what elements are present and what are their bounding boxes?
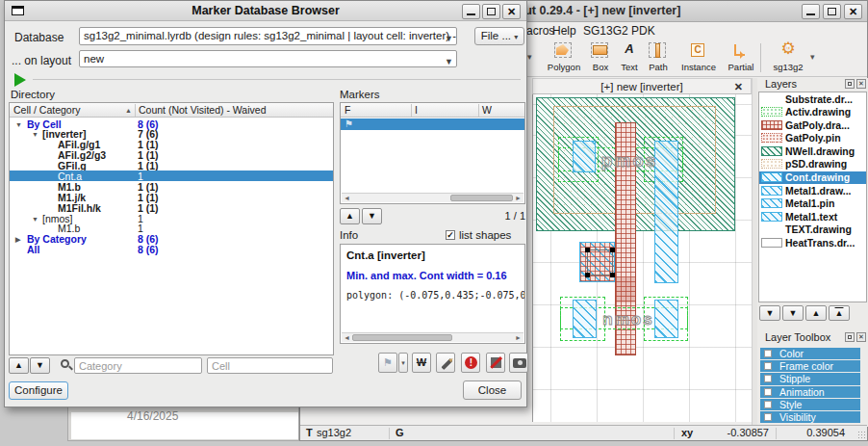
layout-canvas[interactable]: pmos nmos	[532, 94, 752, 422]
layer-row-cont-drawing[interactable]: Cont.drawing	[759, 171, 866, 185]
edit-button[interactable]	[436, 353, 455, 373]
list-shapes-checkbox[interactable]: ✓	[446, 230, 455, 240]
layout-tab[interactable]: [+] new [inverter] ✕	[532, 78, 752, 94]
resize-grip-icon[interactable]	[857, 431, 865, 438]
tree-row-gfil-g[interactable]: GFil.g1 (1)	[10, 161, 333, 171]
tree-row-afil-g-g1[interactable]: AFil.g/g11 (1)	[10, 140, 333, 150]
toolbox-row-style[interactable]: Style	[760, 399, 860, 410]
scroll-thumb[interactable]	[352, 334, 452, 341]
toolbox-row-animation[interactable]: Animation	[760, 386, 860, 398]
toolbox-expand-box[interactable]	[764, 375, 772, 382]
scroll-right-icon[interactable]: ►	[515, 333, 522, 343]
tree-col-cell-category[interactable]: Cell / Category	[13, 104, 80, 116]
dialog-maximize-button[interactable]	[482, 4, 500, 19]
layer-row-metal1-pin[interactable]: Metal1.pin	[759, 197, 866, 211]
tree-row--nmos-[interactable]: ▼[nmos]1	[10, 213, 333, 223]
tree-row-afil-g2-g3[interactable]: AFil.g2/g31 (1)	[10, 150, 333, 161]
next-marker-button[interactable]: ▼	[30, 357, 50, 374]
toolbox-row-visibility[interactable]: Visibility	[760, 411, 860, 423]
layer-row-nwell-drawing[interactable]: NWell.drawing	[759, 144, 866, 158]
menu-sg13g2-pdk[interactable]: SG13G2 PDK	[583, 24, 655, 38]
layer-move-top-icon[interactable]: ▲	[829, 305, 850, 321]
layout-combobox[interactable]: new ▼	[79, 50, 457, 67]
toolbar-sg13g2-button[interactable]: ⚙Tsg13g2	[769, 40, 807, 75]
marker-col-w[interactable]: W	[482, 104, 492, 116]
menu-help[interactable]: Help	[552, 24, 576, 38]
info-hscrollbar[interactable]: ◄ ►	[342, 332, 523, 342]
scroll-right-icon[interactable]: ►	[515, 194, 522, 203]
next-item-button[interactable]: ▼	[362, 208, 382, 224]
tree-row-cnt-a[interactable]: Cnt.a1	[10, 171, 333, 181]
waive-button[interactable]: W	[412, 353, 431, 373]
rerun-button[interactable]	[14, 73, 26, 87]
layer-row-metal1-text[interactable]: Metal1.text	[759, 210, 866, 223]
tree-header[interactable]: Cell / Category ▲ Count (Not Visited) - …	[10, 103, 333, 118]
tree-row-by-cell[interactable]: ▼By Cell8 (6)	[10, 118, 333, 129]
dialog-minimize-button[interactable]	[462, 4, 480, 19]
tree-row-m1fil-h-k[interactable]: M1Fil.h/k1 (1)	[10, 202, 333, 213]
toolbar-partial-button[interactable]: Partial	[722, 40, 760, 75]
layer-row-heattrans-dr-[interactable]: HeatTrans.dr...	[759, 237, 866, 250]
dialog-close-button[interactable]: ✕	[502, 4, 521, 19]
marker-row-selected[interactable]: ⚑	[341, 118, 524, 130]
close-button[interactable]: ✕	[844, 4, 862, 19]
scroll-thumb[interactable]	[450, 195, 512, 201]
maximize-button[interactable]	[823, 4, 841, 19]
minimize-button[interactable]	[802, 4, 820, 19]
toolbox-expand-box[interactable]	[764, 350, 772, 357]
tree-row-all[interactable]: All8 (6)	[10, 245, 333, 255]
toolbox-row-frame-color[interactable]: Frame color	[760, 360, 860, 372]
tree-row-by-category[interactable]: ▶By Category8 (6)	[10, 234, 333, 245]
layer-move-down-icon[interactable]: ▼	[759, 305, 780, 321]
configure-button[interactable]: Configure	[9, 381, 68, 400]
layer-row-psd-drawing[interactable]: pSD.drawing	[759, 158, 866, 171]
layer-row-substrate-dr-[interactable]: Substrate.dr...	[759, 92, 866, 106]
layer-move-up-icon[interactable]: ▲	[805, 305, 827, 321]
toolbox-row-stipple[interactable]: Stipple	[760, 373, 860, 384]
toolbox-row-color[interactable]: Color	[760, 348, 860, 359]
float-panel-icon[interactable]	[845, 332, 855, 342]
remove-marker-button[interactable]	[486, 353, 505, 373]
tab-close-icon[interactable]: ✕	[734, 79, 743, 94]
close-panel-icon[interactable]: ✕	[856, 332, 866, 342]
markers-table-header[interactable]: F I W	[341, 103, 524, 118]
cell-filter-input[interactable]	[207, 357, 333, 374]
dialog-titlebar[interactable]: Marker Database Browser ✕	[5, 1, 526, 21]
flag-marker-button[interactable]: ⚑	[378, 353, 397, 373]
pdk-dropdown-chevron-icon[interactable]: ▾	[810, 52, 815, 62]
layer-row-activ-drawing[interactable]: Activ.drawing	[759, 106, 866, 119]
close-dialog-button[interactable]: Close	[463, 380, 522, 400]
toolbox-expand-box[interactable]	[764, 413, 772, 421]
layer-row-gatpoly-dra-[interactable]: GatPoly.dra...	[759, 118, 866, 132]
toolbar-instance-button[interactable]: CInstance	[679, 40, 718, 75]
float-panel-icon[interactable]	[845, 79, 855, 89]
tree-row-m1-b[interactable]: M1.b1 (1)	[10, 181, 333, 192]
category-filter-input[interactable]	[74, 357, 202, 374]
toolbar-polygon-button[interactable]: Polygon	[545, 40, 583, 75]
prev-marker-button[interactable]: ▲	[9, 357, 29, 374]
layer-move-down-icon[interactable]: ▼	[782, 305, 804, 321]
marker-col-i[interactable]: I	[415, 104, 418, 116]
prev-item-button[interactable]: ▲	[340, 208, 360, 224]
toolbox-expand-box[interactable]	[764, 362, 772, 370]
flag-dropdown-icon[interactable]: ▾	[398, 353, 408, 373]
toolbar-path-button[interactable]: Path	[639, 40, 677, 75]
marker-col-f[interactable]: F	[345, 104, 350, 116]
scroll-left-icon[interactable]: ◄	[344, 333, 350, 343]
file-menu-button[interactable]: File ... ▾	[474, 27, 524, 45]
snapshot-button[interactable]	[509, 353, 528, 373]
toolbar-overflow-chevron-icon[interactable]: ▾	[527, 52, 532, 62]
tree-row-m1-b[interactable]: M1.b1	[10, 223, 333, 234]
markers-hscrollbar[interactable]: ◄ ►	[342, 193, 523, 202]
tree-row--inverter-[interactable]: ▼[inverter]7 (6)	[10, 129, 333, 140]
tree-row-m1-j-k[interactable]: M1.j/k1 (1)	[10, 192, 333, 202]
close-panel-icon[interactable]: ✕	[856, 79, 866, 89]
important-marker-button[interactable]: !	[461, 353, 480, 373]
tree-col-count[interactable]: Count (Not Visited) - Waived	[139, 104, 266, 116]
layer-row-metal1-draw-[interactable]: Metal1.draw...	[759, 184, 866, 197]
database-combobox[interactable]: sg13g2_minimal.lyrdb (design rules: sg13…	[79, 27, 457, 45]
scroll-left-icon[interactable]: ◄	[344, 194, 350, 203]
toolbox-expand-box[interactable]	[764, 401, 772, 408]
layer-row-gatpoly-pin[interactable]: GatPoly.pin	[759, 132, 866, 145]
layer-row-text-drawing[interactable]: TEXT.drawing	[759, 223, 866, 237]
